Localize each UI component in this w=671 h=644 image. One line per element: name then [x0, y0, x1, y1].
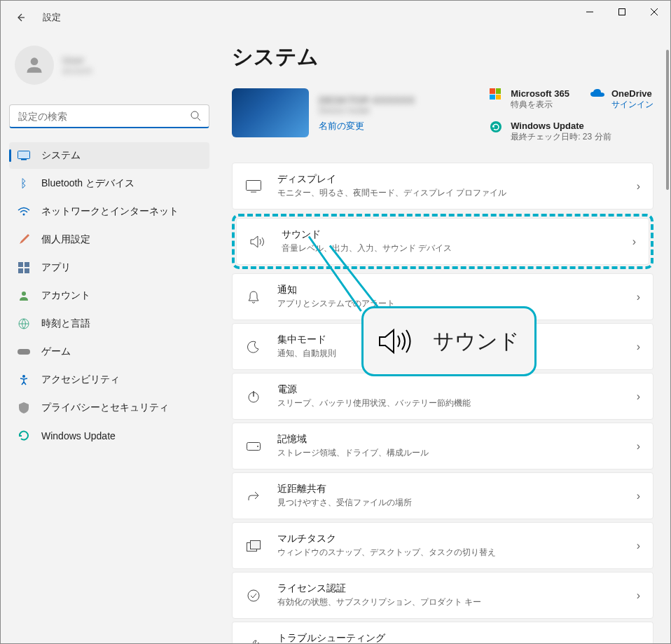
update-icon: [18, 430, 30, 442]
setting-sound[interactable]: サウンド 音量レベル、出力、入力、サウンド デバイス ›: [236, 218, 649, 265]
svg-rect-0: [619, 9, 625, 15]
setting-display[interactable]: ディスプレイ モニター、明るさ、夜間モード、ディスプレイ プロファイル ›: [232, 163, 653, 210]
nav-item-time-language[interactable]: 時刻と言語: [9, 310, 209, 337]
nav-item-network[interactable]: ネットワークとインターネット: [9, 198, 209, 225]
setting-title: サウンド: [282, 228, 632, 241]
minimize-icon: [586, 8, 593, 15]
user-info: User account: [62, 55, 92, 76]
back-button[interactable]: [6, 4, 34, 32]
setting-sub: ストレージ領域、ドライブ、構成ルール: [277, 447, 637, 459]
nav-item-accessibility[interactable]: アクセシビリティ: [9, 366, 209, 393]
chevron-right-icon: ›: [637, 540, 640, 552]
svg-point-18: [257, 446, 258, 447]
settings-window: 設定 User account: [0, 0, 671, 644]
svg-rect-8: [18, 268, 23, 273]
update-icon: [490, 121, 504, 135]
svg-point-21: [248, 590, 259, 601]
nav-item-windows-update[interactable]: Windows Update: [9, 423, 209, 449]
svg-point-13: [22, 375, 25, 378]
nav-label: Bluetooth とデバイス: [41, 177, 134, 190]
nav-label: Windows Update: [41, 430, 116, 441]
sound-icon: [378, 327, 412, 355]
person-icon: [23, 54, 46, 76]
svg-point-5: [23, 214, 25, 216]
sidebar: User account システム ᛒ Bluetooth とデバイス: [1, 34, 218, 643]
tile-ms365[interactable]: Microsoft 365 特典を表示: [490, 88, 569, 111]
svg-rect-3: [18, 151, 30, 159]
setting-title: 通知: [277, 284, 637, 296]
chevron-right-icon: ›: [637, 291, 640, 303]
tile-onedrive[interactable]: OneDrive サインイン: [590, 88, 653, 111]
chevron-right-icon: ›: [637, 341, 640, 353]
chevron-right-icon: ›: [637, 180, 640, 193]
setting-multitask[interactable]: マルチタスク ウィンドウのスナップ、デスクトップ、タスクの切り替え ›: [232, 522, 653, 569]
user-block[interactable]: User account: [9, 40, 209, 90]
wifi-icon: [18, 205, 30, 218]
nav-label: プライバシーとセキュリティ: [41, 402, 169, 414]
share-icon: [245, 488, 262, 505]
brush-icon: [18, 233, 30, 246]
svg-point-2: [191, 111, 198, 118]
accessibility-icon: [18, 374, 30, 386]
gamepad-icon: [18, 345, 30, 358]
search-wrap: [9, 104, 209, 128]
setting-nearby-share[interactable]: 近距離共有 見つけやすさ、受信ファイルの場所 ›: [232, 472, 653, 519]
info-tiles: Microsoft 365 特典を表示 OneDrive サインイン: [490, 88, 653, 143]
cloud-icon: [590, 88, 604, 102]
setting-title: ライセンス認証: [277, 582, 637, 595]
svg-rect-4: [21, 159, 27, 160]
globe-icon: [18, 317, 30, 330]
nav-item-bluetooth[interactable]: ᛒ Bluetooth とデバイス: [9, 170, 209, 197]
setting-storage[interactable]: 記憶域 ストレージ領域、ドライブ、構成ルール ›: [232, 423, 653, 470]
system-icon: [18, 149, 30, 162]
user-sub: account: [62, 66, 92, 76]
setting-activation[interactable]: ライセンス認証 有効化の状態、サブスクリプション、プロダクト キー ›: [232, 572, 653, 619]
svg-rect-9: [25, 268, 29, 273]
maximize-button[interactable]: [606, 1, 638, 23]
ms365-icon: [490, 88, 504, 102]
multitask-icon: [245, 537, 262, 554]
content-area: User account システム ᛒ Bluetooth とデバイス: [1, 34, 670, 643]
storage-icon: [245, 438, 262, 455]
nav-label: 個人用設定: [41, 233, 90, 246]
settings-list: ディスプレイ モニター、明るさ、夜間モード、ディスプレイ プロファイル › サウ…: [232, 163, 653, 643]
apps-icon: [18, 261, 30, 274]
tile-title: OneDrive: [611, 88, 653, 99]
tile-link[interactable]: サインイン: [611, 99, 653, 111]
chevron-right-icon: ›: [632, 235, 636, 248]
close-button[interactable]: [638, 1, 670, 23]
bluetooth-icon: ᛒ: [18, 177, 30, 190]
setting-sub: ウィンドウのスナップ、デスクトップ、タスクの切り替え: [277, 547, 637, 559]
sound-icon: [249, 233, 266, 250]
wrench-icon: [245, 637, 262, 644]
svg-rect-20: [251, 540, 261, 549]
nav-item-accounts[interactable]: アカウント: [9, 282, 209, 309]
device-sub: Device model: [319, 106, 415, 116]
tile-sub: 特典を表示: [511, 99, 569, 111]
rename-link[interactable]: 名前の変更: [319, 120, 364, 132]
setting-title: 記憶域: [277, 433, 637, 446]
chevron-right-icon: ›: [637, 490, 640, 502]
nav-item-system[interactable]: システム: [9, 142, 209, 169]
search-input[interactable]: [9, 104, 209, 128]
nav-label: ゲーム: [41, 345, 71, 358]
setting-title: マルチタスク: [277, 533, 637, 545]
bell-icon: [245, 289, 262, 306]
nav-item-apps[interactable]: アプリ: [9, 254, 209, 281]
user-name: User: [62, 55, 92, 66]
arrow-left-icon: [15, 12, 26, 23]
device-name: DESKTOP-XXXXXX: [319, 94, 415, 106]
nav-item-personalization[interactable]: 個人用設定: [9, 226, 209, 253]
window-title: 設定: [43, 11, 61, 24]
scrollbar[interactable]: [666, 50, 669, 190]
setting-title: 電源: [277, 383, 637, 396]
nav-item-privacy[interactable]: プライバシーとセキュリティ: [9, 395, 209, 421]
tile-windows-update[interactable]: Windows Update 最終チェック日時: 23 分前: [490, 121, 653, 143]
nav-item-gaming[interactable]: ゲーム: [9, 338, 209, 365]
setting-troubleshoot[interactable]: トラブルシューティング 推奨されるトラブルシューティング、設定、履歴 ›: [232, 622, 653, 643]
setting-title: 近距離共有: [277, 483, 637, 495]
setting-power[interactable]: 電源 スリープ、バッテリ使用状況、バッテリー節約機能 ›: [232, 373, 653, 420]
nav-label: システム: [41, 149, 81, 162]
minimize-button[interactable]: [574, 1, 606, 23]
device-card[interactable]: DESKTOP-XXXXXX Device model 名前の変更: [232, 88, 415, 137]
